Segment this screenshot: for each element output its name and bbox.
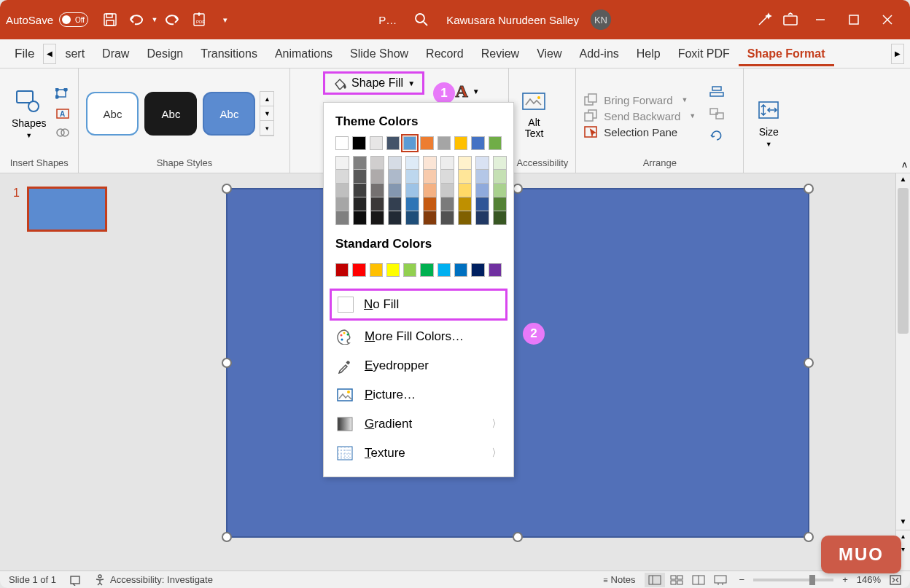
minimize-button[interactable] bbox=[804, 3, 837, 36]
shade-swatch[interactable] bbox=[388, 211, 402, 225]
slideshow-view-icon[interactable] bbox=[710, 573, 731, 587]
resize-handle-w[interactable] bbox=[222, 358, 232, 368]
zoom-in-button[interactable]: + bbox=[842, 574, 848, 585]
shade-swatch[interactable] bbox=[423, 156, 437, 170]
tab-slideshow[interactable]: Slide Show bbox=[341, 42, 417, 66]
shade-swatch[interactable] bbox=[388, 184, 402, 197]
shade-swatch[interactable] bbox=[405, 197, 419, 211]
style-preset-3[interactable]: Abc bbox=[203, 92, 255, 136]
autosave-toggle[interactable]: Off bbox=[59, 12, 88, 27]
shade-swatch[interactable] bbox=[370, 184, 384, 197]
zoom-out-button[interactable]: − bbox=[739, 574, 745, 585]
ribbon-collapse-icon[interactable]: ʌ bbox=[902, 160, 907, 170]
shade-swatch[interactable] bbox=[405, 211, 419, 225]
bring-forward-button[interactable]: Bring Forward▼ bbox=[583, 93, 696, 106]
selection-pane-button[interactable]: Selection Pane bbox=[583, 125, 696, 138]
shade-swatch[interactable] bbox=[388, 170, 402, 184]
user-avatar[interactable]: KN bbox=[591, 9, 611, 30]
scrollbar-thumb[interactable] bbox=[898, 188, 909, 334]
save-icon[interactable] bbox=[97, 7, 123, 33]
align-icon[interactable] bbox=[709, 85, 725, 99]
zoom-level[interactable]: 146% bbox=[857, 574, 881, 585]
shade-swatch[interactable] bbox=[440, 211, 454, 225]
shade-swatch[interactable] bbox=[440, 184, 454, 197]
gallery-down-icon[interactable]: ▼ bbox=[260, 106, 273, 121]
gradient-fill-item[interactable]: Gradient 〉 bbox=[324, 409, 513, 439]
gallery-up-icon[interactable]: ▲ bbox=[260, 92, 273, 106]
theme-color-swatch[interactable] bbox=[489, 136, 502, 150]
picture-fill-item[interactable]: Picture… bbox=[324, 380, 513, 409]
shade-swatch[interactable] bbox=[440, 170, 454, 184]
tab-animations[interactable]: Animations bbox=[266, 42, 341, 66]
shade-swatch[interactable] bbox=[423, 211, 437, 225]
shade-swatch[interactable] bbox=[353, 184, 367, 197]
shade-swatch[interactable] bbox=[353, 156, 367, 170]
shade-swatch[interactable] bbox=[405, 184, 419, 197]
tab-insert[interactable]: sert bbox=[56, 42, 93, 66]
shape-fill-button[interactable]: Shape Fill ▼ bbox=[323, 71, 424, 95]
shade-swatch[interactable] bbox=[370, 197, 384, 211]
text-box-icon[interactable]: A bbox=[55, 106, 71, 121]
shade-swatch[interactable] bbox=[440, 197, 454, 211]
redo-icon[interactable] bbox=[160, 7, 186, 33]
style-preset-1[interactable]: Abc bbox=[86, 92, 139, 136]
shade-swatch[interactable] bbox=[370, 156, 384, 170]
shade-swatch[interactable] bbox=[405, 170, 419, 184]
shade-swatch[interactable] bbox=[335, 170, 349, 184]
autosave-control[interactable]: AutoSave Off bbox=[6, 12, 88, 27]
tab-foxit[interactable]: Foxit PDF bbox=[669, 42, 739, 66]
display-mode-icon[interactable] bbox=[777, 7, 804, 33]
sorter-view-icon[interactable] bbox=[666, 573, 687, 587]
normal-view-icon[interactable] bbox=[645, 573, 665, 587]
shade-swatch[interactable] bbox=[335, 184, 349, 197]
fit-to-window-icon[interactable] bbox=[890, 575, 901, 585]
standard-color-swatch[interactable] bbox=[386, 263, 400, 277]
shade-swatch[interactable] bbox=[440, 156, 454, 170]
tab-scroll-right[interactable]: ▶ bbox=[891, 44, 904, 64]
close-button[interactable] bbox=[871, 3, 904, 36]
style-preset-2[interactable]: Abc bbox=[144, 92, 197, 136]
resize-handle-s[interactable] bbox=[513, 532, 523, 542]
shade-swatch[interactable] bbox=[335, 197, 349, 211]
shade-swatch[interactable] bbox=[458, 211, 472, 225]
shade-swatch[interactable] bbox=[353, 197, 367, 211]
standard-color-swatch[interactable] bbox=[370, 263, 383, 277]
theme-color-swatch[interactable] bbox=[352, 136, 365, 150]
resize-handle-nw[interactable] bbox=[222, 184, 232, 194]
shade-swatch[interactable] bbox=[335, 156, 349, 170]
theme-color-swatch[interactable] bbox=[370, 136, 383, 150]
shade-swatch[interactable] bbox=[458, 156, 472, 170]
edit-shape-icon[interactable] bbox=[55, 87, 71, 102]
standard-color-swatch[interactable] bbox=[454, 263, 467, 277]
shade-swatch[interactable] bbox=[388, 197, 402, 211]
shade-swatch[interactable] bbox=[423, 170, 437, 184]
group-icon[interactable] bbox=[709, 106, 725, 121]
shade-swatch[interactable] bbox=[475, 156, 489, 170]
tab-record[interactable]: Record bbox=[417, 42, 472, 66]
shade-swatch[interactable] bbox=[493, 197, 507, 211]
tab-addins[interactable]: Add-ins bbox=[571, 42, 628, 66]
theme-color-swatch[interactable] bbox=[454, 136, 467, 150]
slide-thumbnail-1[interactable]: 1 bbox=[13, 187, 118, 232]
shade-swatch[interactable] bbox=[458, 184, 472, 197]
shade-swatch[interactable] bbox=[370, 170, 384, 184]
theme-color-swatch[interactable] bbox=[335, 136, 349, 150]
resize-handle-ne[interactable] bbox=[804, 184, 814, 194]
standard-color-swatch[interactable] bbox=[489, 263, 502, 277]
shade-swatch[interactable] bbox=[353, 211, 367, 225]
shade-swatch[interactable] bbox=[423, 184, 437, 197]
shade-swatch[interactable] bbox=[493, 156, 507, 170]
send-backward-button[interactable]: Send Backward▼ bbox=[583, 109, 696, 122]
reading-view-icon[interactable] bbox=[688, 573, 709, 587]
shade-swatch[interactable] bbox=[475, 184, 489, 197]
tab-file[interactable]: File bbox=[6, 41, 43, 67]
search-icon[interactable] bbox=[414, 12, 429, 27]
tab-help[interactable]: Help bbox=[628, 42, 669, 66]
gallery-more-icon[interactable]: ▾ bbox=[260, 121, 273, 136]
theme-color-swatch[interactable] bbox=[420, 136, 433, 150]
shade-swatch[interactable] bbox=[493, 170, 507, 184]
theme-color-swatch[interactable] bbox=[471, 136, 484, 150]
tab-shape-format[interactable]: Shape Format bbox=[739, 42, 834, 66]
text-fill-button[interactable]: A▼ bbox=[455, 81, 479, 101]
tab-design[interactable]: Design bbox=[138, 42, 192, 66]
